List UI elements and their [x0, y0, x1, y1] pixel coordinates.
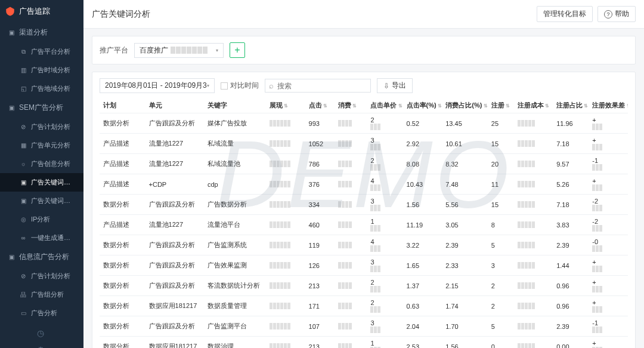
- keyword-table: 计划单元关键字展现点击消费点击单价点击率(%)消费占比(%)注册注册成本注册占比…: [100, 98, 628, 348]
- column-header-show[interactable]: 展现: [266, 98, 305, 113]
- table-toolbar: 2019年08月01日 - 2019年09月3 对比时间 导出: [92, 72, 635, 93]
- geo-icon: ◱: [19, 85, 27, 92]
- folder-icon: ▣: [7, 104, 16, 111]
- help-button[interactable]: 帮助: [597, 6, 636, 22]
- folder-icon: ▣: [7, 29, 16, 36]
- table-row: 产品描述流量池1227私域流量105232.9210.61157.18+: [100, 134, 628, 154]
- column-header-ctr[interactable]: 点击率(%): [403, 98, 442, 113]
- table-row: 数据分析广告跟踪及分析媒体广告投放99320.5213.452511.96+: [100, 113, 628, 134]
- search-input-wrapper[interactable]: [265, 79, 371, 93]
- column-header-keyword[interactable]: 关键字: [204, 98, 266, 113]
- data-card: 2019年08月01日 - 2019年09月3 对比时间 导出: [92, 72, 636, 348]
- idea-icon: ☼: [19, 161, 27, 167]
- sidebar-item[interactable]: ◱广告地域分析: [0, 79, 83, 98]
- platform-label: 推广平台: [100, 45, 128, 56]
- chevron-down-icon: ▾: [216, 48, 218, 53]
- logo-icon: [5, 6, 16, 17]
- column-header-reg_eff[interactable]: 注册效果差: [589, 98, 628, 113]
- sidebar-item[interactable]: ⧉广告平台分析: [0, 42, 83, 61]
- column-header-spend[interactable]: 消费: [335, 98, 367, 113]
- column-header-plan[interactable]: 计划: [100, 98, 145, 113]
- sidebar-item[interactable]: ∞一键生成通…: [0, 229, 83, 247]
- column-header-reg_cost[interactable]: 注册成本: [514, 98, 553, 113]
- sidebar-item[interactable]: 品广告组分析: [0, 285, 83, 304]
- checkbox-icon: [221, 82, 228, 90]
- table-row: 数据分析数据应用181217数据质量管理17120.631.7420.96+: [100, 296, 628, 316]
- column-header-spend_pct[interactable]: 消费占比(%): [442, 98, 488, 113]
- group-icon: 品: [19, 291, 27, 299]
- gear-icon[interactable]: ⚙: [37, 345, 47, 348]
- stats-icon[interactable]: ◷: [37, 328, 47, 338]
- sidebar-item[interactable]: ☼广告创意分析: [0, 155, 83, 173]
- sidebar: 广告追踪 ▣渠道分析⧉广告平台分析▥广告时域分析◱广告地域分析▣SEM广告分析⊘…: [0, 0, 83, 348]
- table-row: 数据分析广告跟踪及分析广告效果监测12631.652.3331.44+: [100, 255, 628, 276]
- export-button[interactable]: 导出: [377, 78, 413, 93]
- app-name: 广告追踪: [19, 6, 50, 17]
- platform-filter-card: 推广平台 百度推广 ▾ +: [92, 36, 636, 64]
- check-icon: ⊘: [19, 273, 27, 279]
- sidebar-item[interactable]: ▥广告时域分析: [0, 61, 83, 79]
- folder-icon: ▣: [7, 254, 16, 260]
- column-header-unit[interactable]: 单元: [145, 98, 204, 113]
- sidebar-item[interactable]: ⊘广告计划分析: [0, 118, 83, 136]
- platform-select[interactable]: 百度推广 ▾: [134, 43, 224, 58]
- date-range-picker[interactable]: 2019年08月01日 - 2019年09月3: [100, 78, 215, 93]
- column-header-cpc[interactable]: 点击单价: [367, 98, 402, 113]
- manage-goals-button[interactable]: 管理转化目标: [537, 6, 593, 22]
- table-row: 数据分析广告跟踪及分析广告监测系统11943.222.3952.39-0: [100, 235, 628, 255]
- sidebar-group[interactable]: ▣渠道分析: [0, 23, 83, 42]
- link-icon: ∞: [19, 235, 27, 241]
- table-row: 数据分析数据应用181217数据治理21312.531.5600.00+: [100, 337, 628, 349]
- key-icon: ▣: [19, 198, 27, 204]
- table-row: 数据分析广告跟踪及分析广告监测平台10732.041.7052.39-1: [100, 316, 628, 337]
- chart-icon: ▥: [19, 67, 27, 73]
- dashboard-icon: ⧉: [19, 48, 27, 56]
- table-row: 数据分析广告跟踪及分析客流数据统计分析21321.372.1520.96+: [100, 276, 628, 296]
- column-header-click[interactable]: 点击: [305, 98, 335, 113]
- sidebar-item[interactable]: ▭广告分析: [0, 304, 83, 322]
- screen-icon: ▭: [19, 310, 27, 316]
- compare-time-checkbox[interactable]: 对比时间: [221, 81, 259, 91]
- column-header-reg[interactable]: 注册: [488, 98, 514, 113]
- add-platform-button[interactable]: +: [230, 42, 245, 58]
- blurred-text: [171, 47, 208, 54]
- sidebar-group[interactable]: ▣信息流广告分析: [0, 247, 83, 267]
- sidebar-item[interactable]: ▦广告单元分析: [0, 136, 83, 155]
- table-row: 产品描述流量池1227私域流量池78628.088.32209.57-1: [100, 154, 628, 174]
- key-icon: ▣: [19, 179, 27, 186]
- page-title: 广告关键词分析: [92, 9, 150, 20]
- column-header-reg_pct[interactable]: 注册占比: [553, 98, 589, 113]
- sidebar-item[interactable]: ◎IP分析: [0, 210, 83, 229]
- table-row: 产品描述流量池1227流量池平台460111.193.0583.83-2: [100, 215, 628, 235]
- table-row: 数据分析广告跟踪及分析广告数据分析33431.565.56157.18-2: [100, 195, 628, 215]
- sidebar-item[interactable]: ⊘广告计划分析: [0, 267, 83, 285]
- grid-icon: ▦: [19, 142, 27, 149]
- app-brand: 广告追踪: [0, 0, 83, 23]
- search-input[interactable]: [277, 82, 367, 90]
- platform-value: 百度推广: [140, 45, 168, 56]
- topbar: 广告关键词分析 管理转化目标 帮助: [83, 0, 644, 29]
- check-icon: ⊘: [19, 124, 27, 130]
- table-row: 产品描述+CDPcdp376410.437.48115.26+: [100, 174, 628, 195]
- sidebar-group[interactable]: ▣SEM广告分析: [0, 98, 83, 118]
- sidebar-item[interactable]: ▣广告关键词…: [0, 173, 83, 192]
- sidebar-item[interactable]: ▣广告关键词…: [0, 192, 83, 210]
- ip-icon: ◎: [19, 216, 27, 223]
